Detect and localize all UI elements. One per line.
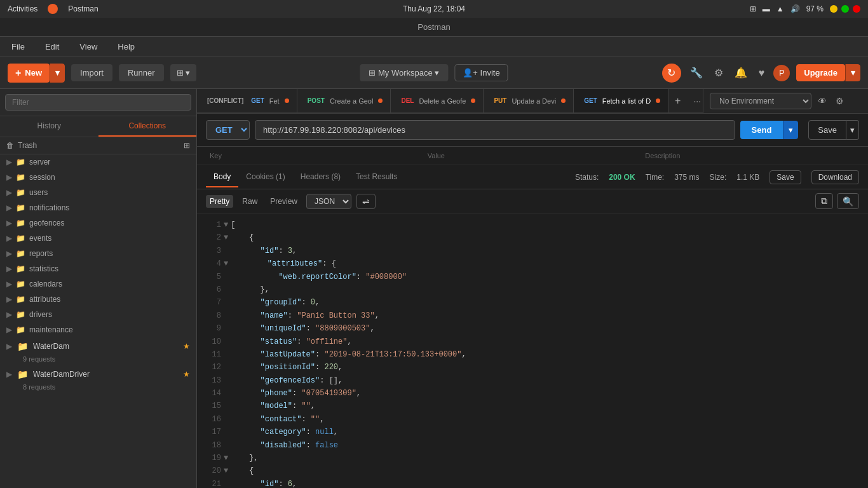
- new-dropdown-button[interactable]: ▾: [50, 64, 65, 83]
- collection-folder-icon: 📁: [17, 369, 28, 379]
- request-tab-get-active[interactable]: GET Fetch a list of D: [574, 89, 668, 113]
- collection-waterdam-driver[interactable]: ▶ 📁 WaterDamDriver ★: [0, 365, 196, 383]
- settings-icon[interactable]: ⚙: [712, 64, 726, 81]
- send-dropdown-button[interactable]: ▾: [783, 121, 798, 139]
- sidebar-item-session[interactable]: ▶ 📁 session: [0, 170, 196, 185]
- more-tabs-button[interactable]: ···: [687, 92, 703, 110]
- env-settings-icon[interactable]: ⚙: [833, 93, 846, 109]
- send-button-group[interactable]: Send ▾: [740, 121, 799, 139]
- new-button-group[interactable]: + New ▾: [8, 64, 65, 83]
- filter-format-icon[interactable]: ⇌: [356, 194, 376, 209]
- response-download-button[interactable]: Download: [811, 170, 859, 184]
- json-content: "lastUpdate": "2019-08-21T13:17:50.133+0…: [224, 348, 859, 361]
- layout-button[interactable]: ⊞ ▾: [170, 64, 197, 81]
- wrench-icon[interactable]: 🔧: [688, 64, 705, 81]
- environment-select[interactable]: No Environment: [710, 93, 811, 109]
- window-title: Postman: [417, 22, 450, 32]
- request-tab-del[interactable]: DEL Delete a Geofe: [391, 89, 484, 113]
- collection-waterdam[interactable]: ▶ 📁 WaterDam ★: [0, 337, 196, 355]
- workspace-grid-icon: ⊞: [369, 68, 376, 78]
- request-tab-post[interactable]: POST Create a Geol: [297, 89, 391, 113]
- star-icon-waterdam[interactable]: ★: [183, 342, 190, 351]
- postman-logo-icon: [48, 4, 58, 14]
- response-tab-body[interactable]: Body: [206, 167, 238, 187]
- response-save-button[interactable]: Save: [770, 170, 801, 184]
- sidebar-item-reports[interactable]: ▶ 📁 reports: [0, 246, 196, 261]
- sidebar-item-notifications[interactable]: ▶ 📁 notifications: [0, 200, 196, 215]
- upgrade-dropdown-button[interactable]: ▾: [845, 64, 860, 81]
- tab-collections[interactable]: Collections: [98, 116, 197, 137]
- copy-icon[interactable]: ⧉: [815, 193, 833, 209]
- workspace-button[interactable]: ⊞ My Workspace ▾: [360, 64, 448, 81]
- response-tab-headers[interactable]: Headers (8): [293, 167, 348, 187]
- request-tab-put[interactable]: PUT Update a Devi: [484, 89, 574, 113]
- window-controls[interactable]: [830, 5, 860, 13]
- runner-button[interactable]: Runner: [119, 64, 164, 81]
- upgrade-button[interactable]: Upgrade: [796, 64, 845, 81]
- upgrade-button-group[interactable]: Upgrade ▾: [796, 64, 860, 81]
- new-button[interactable]: + New: [8, 64, 50, 83]
- response-tab-test-results[interactable]: Test Results: [348, 167, 405, 187]
- collection-name-waterdam-driver: WaterDamDriver: [33, 370, 178, 379]
- line-num: 6: [206, 283, 221, 296]
- env-eye-icon[interactable]: 👁: [815, 93, 829, 109]
- maximize-button[interactable]: [841, 5, 849, 13]
- json-content: "id": 6,: [224, 478, 859, 488]
- user-avatar[interactable]: P: [773, 65, 790, 81]
- url-input[interactable]: [255, 120, 735, 140]
- menu-edit[interactable]: Edit: [41, 39, 63, 54]
- collapse-arrow[interactable]: ▼: [224, 464, 228, 477]
- line-num: 9: [206, 322, 221, 335]
- search-json-icon[interactable]: 🔍: [837, 193, 859, 209]
- filter-input[interactable]: [5, 94, 191, 111]
- sidebar-item-drivers[interactable]: ▶ 📁 drivers: [0, 307, 196, 322]
- menu-view[interactable]: View: [76, 39, 101, 54]
- sidebar-item-server[interactable]: ▶ 📁 server: [0, 154, 196, 170]
- menu-file[interactable]: File: [8, 39, 29, 54]
- response-tab-cookies[interactable]: Cookies (1): [238, 167, 292, 187]
- heart-icon[interactable]: ♥: [756, 65, 768, 81]
- sidebar-item-calendars[interactable]: ▶ 📁 calendars: [0, 276, 196, 292]
- add-tab-button[interactable]: +: [668, 92, 687, 111]
- method-badge-del: DEL: [398, 97, 416, 105]
- close-button[interactable]: [853, 5, 860, 13]
- collapse-arrow[interactable]: ▼: [224, 231, 228, 244]
- import-button[interactable]: Import: [71, 64, 112, 81]
- request-tab-conflict[interactable]: [CONFLICT] GET Fet: [197, 89, 297, 113]
- preview-button[interactable]: Preview: [266, 195, 301, 208]
- format-select[interactable]: JSON: [306, 194, 351, 209]
- activities-label[interactable]: Activities: [8, 4, 37, 13]
- sidebar-item-users[interactable]: ▶ 📁 users: [0, 185, 196, 200]
- sidebar-item-attributes[interactable]: ▶ 📁 attributes: [0, 292, 196, 307]
- tab-history[interactable]: History: [0, 116, 98, 137]
- sidebar-item-events[interactable]: ▶ 📁 events: [0, 231, 196, 246]
- star-icon-waterdam-driver[interactable]: ★: [183, 370, 190, 379]
- sync-button[interactable]: ↻: [662, 64, 681, 83]
- save-dropdown-button[interactable]: ▾: [846, 120, 859, 140]
- response-meta: Status: 200 OK Time: 375 ms Size: 1.1 KB…: [575, 170, 859, 184]
- json-line-19: 19 ▼ },: [206, 452, 859, 464]
- trash-section[interactable]: 🗑 Trash ⊞: [0, 137, 196, 154]
- save-button[interactable]: Save: [808, 120, 846, 140]
- sidebar-item-statistics[interactable]: ▶ 📁 statistics: [0, 261, 196, 276]
- collapse-arrow[interactable]: ▼: [224, 219, 228, 231]
- raw-button[interactable]: Raw: [238, 195, 261, 208]
- send-button[interactable]: Send: [740, 121, 783, 139]
- sidebar-item-geofences[interactable]: ▶ 📁 geofences: [0, 215, 196, 231]
- invite-button[interactable]: 👤+ Invite: [454, 64, 508, 81]
- json-line-10: 10 "status": "offline",: [206, 336, 859, 348]
- request-url-bar: GET Send ▾ Save ▾: [197, 114, 868, 147]
- format-right: ⧉ 🔍: [815, 193, 859, 209]
- sidebar-item-maintenance[interactable]: ▶ 📁 maintenance: [0, 322, 196, 337]
- method-select[interactable]: GET: [206, 120, 250, 140]
- volume-icon: 🔊: [790, 4, 800, 13]
- minimize-button[interactable]: [830, 5, 837, 13]
- menu-help[interactable]: Help: [114, 39, 139, 54]
- pretty-button[interactable]: Pretty: [206, 195, 233, 208]
- collection-name-waterdam: WaterDam: [33, 342, 178, 351]
- bell-icon[interactable]: 🔔: [732, 64, 750, 81]
- collapse-arrow[interactable]: ▼: [224, 257, 228, 270]
- trash-add-icon[interactable]: ⊞: [184, 141, 190, 150]
- save-button-group[interactable]: Save ▾: [803, 120, 859, 140]
- collapse-arrow[interactable]: ▼: [224, 452, 228, 464]
